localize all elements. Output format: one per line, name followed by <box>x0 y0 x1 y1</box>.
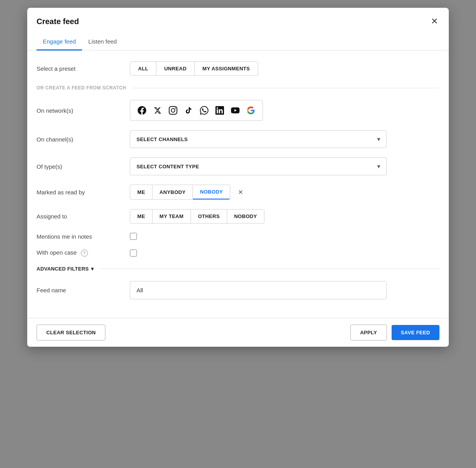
network-icons-group <box>130 100 263 121</box>
modal-header: Create feed ✕ <box>27 8 449 33</box>
preset-label: Select a preset <box>37 65 130 72</box>
tab-engage[interactable]: Engage feed <box>37 33 82 51</box>
save-feed-button[interactable]: SAVE FEED <box>392 325 439 340</box>
network-label: On network(s) <box>37 107 130 114</box>
content-type-row: Of type(s) SELECT CONTENT TYPE ▾ <box>37 157 439 175</box>
feed-name-row: Feed name <box>37 281 439 299</box>
marked-read-anybody-button[interactable]: ANYBODY <box>152 185 193 199</box>
mentions-checkbox[interactable] <box>130 233 137 240</box>
marked-read-me-button[interactable]: ME <box>130 185 152 199</box>
whatsapp-icon[interactable] <box>197 103 211 117</box>
channel-placeholder: SELECT CHANNELS <box>136 136 188 142</box>
tab-listen[interactable]: Listen feed <box>82 33 123 51</box>
content-type-placeholder: SELECT CONTENT TYPE <box>136 164 199 169</box>
channel-label: On channel(s) <box>37 136 130 143</box>
preset-my-assignments-button[interactable]: MY ASSIGNMENTS <box>195 62 258 75</box>
open-case-row: With open case ? <box>37 249 439 257</box>
content-type-label: Of type(s) <box>37 163 130 170</box>
instagram-icon[interactable] <box>166 103 180 117</box>
tabs-bar: Engage feed Listen feed <box>27 33 449 51</box>
scratch-divider-row: OR CREATE A FEED FROM SCRATCH <box>37 85 439 91</box>
modal-body: Select a preset ALL UNREAD MY ASSIGNMENT… <box>27 51 449 318</box>
google-icon[interactable] <box>244 103 258 117</box>
assigned-to-row: Assigned to ME MY TEAM OTHERS NOBODY <box>37 209 439 224</box>
marked-read-row: Marked as read by ME ANYBODY NOBODY ✕ <box>37 185 439 200</box>
feed-name-input[interactable] <box>130 281 387 299</box>
content-type-select[interactable]: SELECT CONTENT TYPE ▾ <box>130 157 387 175</box>
marked-read-nobody-button[interactable]: NOBODY <box>193 185 230 199</box>
scratch-divider-label: OR CREATE A FEED FROM SCRATCH <box>37 85 126 91</box>
chevron-down-icon-3: ▾ <box>91 266 94 272</box>
apply-button[interactable]: APPLY <box>350 325 387 341</box>
tiktok-icon[interactable] <box>182 103 196 117</box>
feed-name-label: Feed name <box>37 287 130 293</box>
linkedin-icon[interactable] <box>213 103 227 117</box>
assigned-to-group: ME MY TEAM OTHERS NOBODY <box>130 209 264 224</box>
assigned-nobody-button[interactable]: NOBODY <box>227 210 264 223</box>
footer-right-buttons: APPLY SAVE FEED <box>350 325 439 341</box>
modal-title: Create feed <box>37 17 79 26</box>
preset-row: Select a preset ALL UNREAD MY ASSIGNMENT… <box>37 61 439 76</box>
preset-all-button[interactable]: ALL <box>130 62 156 75</box>
channel-select[interactable]: SELECT CHANNELS ▾ <box>130 130 387 148</box>
assigned-my-team-button[interactable]: MY TEAM <box>152 210 191 223</box>
preset-buttons-group: ALL UNREAD MY ASSIGNMENTS <box>130 61 258 76</box>
channel-row: On channel(s) SELECT CHANNELS ▾ <box>37 130 439 148</box>
marked-read-label: Marked as read by <box>37 189 130 196</box>
chevron-down-icon: ▾ <box>377 136 380 142</box>
clear-selection-button[interactable]: CLEAR SELECTION <box>37 325 105 341</box>
assigned-to-label: Assigned to <box>37 213 130 220</box>
create-feed-modal: Create feed ✕ Engage feed Listen feed Se… <box>27 8 449 347</box>
marked-read-group: ME ANYBODY NOBODY <box>130 185 230 200</box>
facebook-icon[interactable] <box>135 103 149 117</box>
close-icon: ✕ <box>431 16 438 26</box>
assigned-others-button[interactable]: OTHERS <box>191 210 227 223</box>
mentions-label: Mentions me in notes <box>37 233 130 240</box>
chevron-down-icon-2: ▾ <box>377 163 380 169</box>
assigned-me-button[interactable]: ME <box>130 210 152 223</box>
advanced-filters-toggle[interactable]: ADVANCED FILTERS ▾ <box>37 266 94 272</box>
advanced-filters-row: ADVANCED FILTERS ▾ <box>37 266 439 272</box>
modal-footer: CLEAR SELECTION APPLY SAVE FEED <box>27 318 449 347</box>
divider-line <box>133 88 440 88</box>
open-case-checkbox[interactable] <box>130 250 137 257</box>
advanced-divider-line <box>100 269 439 269</box>
mentions-row: Mentions me in notes <box>37 233 439 240</box>
open-case-label: With open case ? <box>37 249 130 257</box>
x-twitter-icon[interactable] <box>150 103 164 117</box>
open-case-help-icon[interactable]: ? <box>81 250 88 257</box>
marked-read-clear-button[interactable]: ✕ <box>235 187 246 197</box>
preset-unread-button[interactable]: UNREAD <box>156 62 194 75</box>
close-button[interactable]: ✕ <box>429 16 439 27</box>
youtube-icon[interactable] <box>228 103 242 117</box>
network-row: On network(s) <box>37 100 439 121</box>
